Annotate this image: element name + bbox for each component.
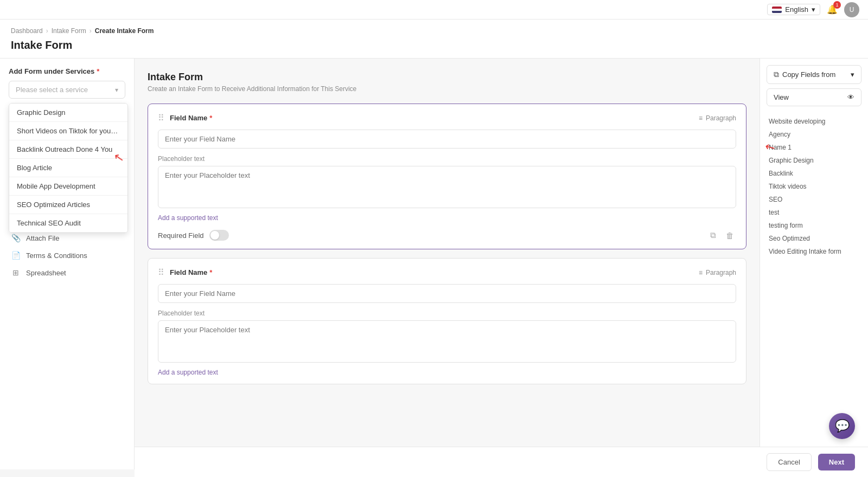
field-type-icon-2: ≡ [699,269,703,276]
breadcrumb-sep-2: › [90,27,92,35]
topbar: English ▾ 🔔 1 U [0,0,868,20]
breadcrumb-dashboard[interactable]: Dashboard [11,27,43,35]
placeholder-label-1: Placeholder text [158,155,736,163]
avatar[interactable]: U [844,2,859,17]
drag-handle-2[interactable]: ⠿ [158,267,164,278]
form-subtitle: Create an Intake Form to Receive Additio… [148,85,746,93]
service-select[interactable]: Please select a service ▾ [9,81,125,99]
field-footer-1: Required Field ⧉ 🗑 [158,229,736,241]
avatar-initial: U [850,6,854,14]
delete-btn-1[interactable]: 🗑 [724,229,736,241]
dropdown-item-1[interactable]: Short Videos on Tiktok for your compan [9,122,127,140]
field-actions-1: ⧉ 🗑 [708,229,736,241]
toggle-knob-1 [210,231,219,240]
component-label: Spreadsheet [26,269,66,277]
copy-list-item-9[interactable]: Seo Optimzed [767,232,861,245]
copy-list-item-5[interactable]: Tiktok videos [767,180,861,193]
page-title: Intake Form [0,39,868,59]
copy-list-item-0[interactable]: Website developing [767,115,861,128]
notification-bell[interactable]: 🔔 1 [827,4,838,15]
copy-fields-label: Copy Fields from [782,70,835,79]
field-label-1: Field Name * [170,114,212,122]
form-header: Intake Form Create an Intake Form to Rec… [148,72,746,93]
view-btn[interactable]: View 👁 [767,88,861,106]
field-card-2: ⠿ Field Name * ≡ Paragraph Placeholder t… [148,258,746,384]
right-panel: ⧉ Copy Fields from ▾ ↗ View 👁 Website de… [760,59,868,469]
service-dropdown[interactable]: Graphic Design Short Videos on Tiktok fo… [9,103,128,233]
dropdown-item-6[interactable]: Technical SEO Audit [9,214,127,233]
dropdown-item-0[interactable]: Graphic Design [9,104,127,122]
next-button[interactable]: Next [818,454,855,470]
copy-list-item-6[interactable]: SEO [767,193,861,206]
field-name-input-1[interactable] [158,130,736,149]
left-sidebar: Add Form under Services * Please select … [0,59,135,469]
field-name-input-2[interactable] [158,284,736,303]
component-label: Terms & Conditions [26,252,87,260]
breadcrumb-current: Create Intake Form [95,27,154,35]
copy-list-item-4[interactable]: Backlink [767,167,861,180]
field-type-icon-1: ≡ [699,114,703,122]
chevron-down-icon: ▾ [812,5,815,14]
placeholder-textarea-1[interactable] [158,166,736,208]
spreadsheet-icon: ⊞ [11,268,21,277]
required-star: * [97,67,99,75]
add-supported-2[interactable]: Add a supported text [158,369,218,376]
view-label: View [774,93,789,101]
dropdown-item-7[interactable]: Youtube video editing [9,233,127,233]
field-label-2: Field Name * [170,268,212,276]
cancel-button[interactable]: Cancel [767,453,811,471]
form-title: Intake Form [148,72,746,83]
field-type-2[interactable]: ≡ Paragraph [699,269,736,276]
copy-list: Website developing Agency Name 1 Graphic… [767,115,861,258]
field-card-1: ⠿ Field Name * ≡ Paragraph Placeholder t… [148,104,746,249]
chevron-down-icon-copy: ▾ [851,70,854,79]
field-type-1[interactable]: ≡ Paragraph [699,114,736,122]
copy-list-item-7[interactable]: test [767,206,861,219]
placeholder-label-2: Placeholder text [158,310,736,317]
drag-handle-1[interactable]: ⠿ [158,113,164,123]
dropdown-item-3[interactable]: Blog Article [9,159,127,177]
flag-icon [772,7,782,13]
breadcrumb-sep-1: › [46,27,48,35]
eye-icon: 👁 [847,93,854,101]
terms-icon: 📄 [11,251,21,260]
add-supported-1[interactable]: Add a supported text [158,214,218,222]
component-terms[interactable]: 📄 Terms & Conditions [9,247,125,264]
field-card-1-header: ⠿ Field Name * ≡ Paragraph [158,113,736,123]
chat-icon: 💬 [835,419,850,433]
language-label: English [785,5,808,14]
copy-list-item-8[interactable]: testing form [767,219,861,232]
service-select-placeholder: Please select a service [16,86,88,94]
required-star-field-1: * [209,114,212,122]
bottom-bar: Cancel Next [135,447,868,477]
chevron-down-icon: ▾ [115,86,118,94]
dropdown-item-5[interactable]: SEO Optimized Articles [9,196,127,214]
placeholder-textarea-2[interactable] [158,320,736,363]
breadcrumb-intake-form[interactable]: Intake Form [52,27,86,35]
service-section-label: Add Form under Services * [9,67,125,75]
dropdown-item-2[interactable]: Backlink Outreach Done 4 You [9,140,127,159]
copy-list-item-2[interactable]: Name 1 [767,141,861,154]
chat-bubble[interactable]: 💬 [829,413,855,439]
copy-list-item-10[interactable]: Video Editing Intake form [767,245,861,258]
copy-list-item-3[interactable]: Graphic Design [767,154,861,167]
main-layout: Add Form under Services * Please select … [0,59,868,469]
component-label: Attach File [26,234,59,242]
component-spreadsheet[interactable]: ⊞ Spreadsheet [9,264,125,281]
duplicate-btn-1[interactable]: ⧉ [708,229,718,241]
copy-fields-btn[interactable]: ⧉ Copy Fields from ▾ [767,65,861,84]
field-card-2-header: ⠿ Field Name * ≡ Paragraph [158,267,736,278]
attach-icon: 📎 [11,234,21,242]
toggle-1[interactable] [209,230,229,241]
center-content: Intake Form Create an Intake Form to Rec… [135,59,760,469]
required-star-field-2: * [209,268,212,276]
copy-list-item-1[interactable]: Agency [767,128,861,141]
breadcrumb: Dashboard › Intake Form › Create Intake … [0,20,868,39]
dropdown-item-4[interactable]: Mobile App Development [9,177,127,196]
language-selector[interactable]: English ▾ [767,4,820,15]
notification-badge: 1 [833,1,841,9]
required-toggle-1: Required Field [158,230,229,241]
required-label-1: Required Field [158,231,204,240]
copy-icon: ⧉ [774,70,779,79]
